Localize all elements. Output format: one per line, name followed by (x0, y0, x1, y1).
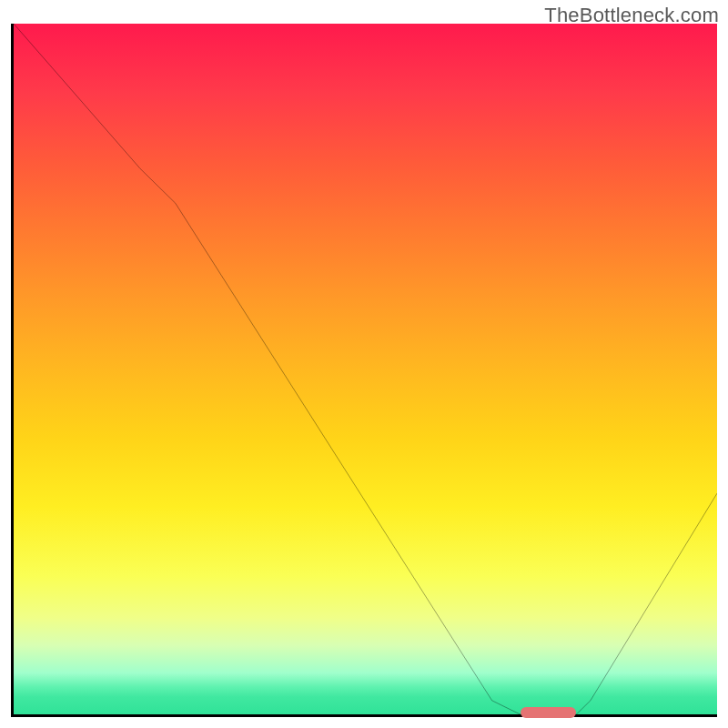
watermark-text: TheBottleneck.com (544, 4, 719, 27)
curve-path (14, 24, 717, 714)
optimal-range-marker (521, 707, 577, 718)
bottleneck-chart (11, 24, 717, 717)
chart-curve (14, 24, 717, 714)
